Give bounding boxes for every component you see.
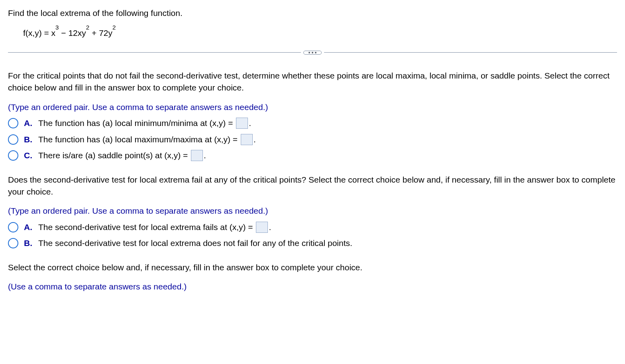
- option-label: A.: [24, 117, 33, 129]
- option-label: B.: [24, 134, 33, 146]
- eq-exp: 2: [112, 24, 116, 31]
- period: .: [204, 150, 206, 161]
- dots-icon: [309, 52, 310, 53]
- more-button[interactable]: [303, 51, 322, 55]
- option-row-2b: B. The second-derivative test for local …: [8, 237, 617, 249]
- eq-part: f(x,y) = x: [23, 28, 55, 37]
- option-label: C.: [24, 150, 33, 161]
- option-text: The function has (a) local minimum/minim…: [38, 117, 233, 129]
- divider-line: [8, 52, 301, 53]
- answer-input-1c[interactable]: [191, 150, 203, 161]
- part2-instructions: Does the second-derivative test for loca…: [8, 174, 617, 198]
- eq-part: + 72y: [89, 28, 112, 37]
- period: .: [254, 134, 256, 146]
- option-label: B.: [24, 237, 33, 249]
- option-text: The second-derivative test for local ext…: [38, 237, 352, 249]
- radio-1b[interactable]: [8, 134, 18, 145]
- eq-exp: 3: [55, 24, 59, 31]
- eq-part: − 12xy: [59, 28, 86, 37]
- part1-instructions: For the critical points that do not fail…: [8, 70, 617, 94]
- divider-line: [324, 52, 617, 53]
- answer-input-1a[interactable]: [236, 118, 248, 129]
- dots-icon: [312, 52, 313, 53]
- option-row-1c: C. There is/are (a) saddle point(s) at (…: [8, 150, 617, 161]
- option-row-1a: A. The function has (a) local minimum/mi…: [8, 117, 617, 129]
- option-row-1b: B. The function has (a) local maximum/ma…: [8, 134, 617, 146]
- period: .: [249, 117, 251, 129]
- answer-input-2a[interactable]: [256, 222, 268, 233]
- part2-hint: (Type an ordered pair. Use a comma to se…: [8, 205, 617, 217]
- part3-instructions: Select the correct choice below and, if …: [8, 262, 617, 273]
- option-row-2a: A. The second-derivative test for local …: [8, 221, 617, 233]
- part1-hint: (Type an ordered pair. Use a comma to se…: [8, 101, 617, 113]
- dots-icon: [315, 52, 316, 53]
- radio-2b[interactable]: [8, 238, 18, 248]
- option-text: The function has (a) local maximum/maxim…: [38, 134, 238, 146]
- option-text: The second-derivative test for local ext…: [38, 221, 253, 233]
- radio-1a[interactable]: [8, 118, 18, 128]
- period: .: [269, 221, 271, 233]
- function-equation: f(x,y) = x3 − 12xy2 + 72y2: [23, 26, 617, 39]
- option-text: There is/are (a) saddle point(s) at (x,y…: [38, 150, 188, 161]
- answer-input-1b[interactable]: [241, 134, 253, 145]
- section-divider: [8, 51, 617, 55]
- radio-1c[interactable]: [8, 150, 18, 161]
- option-label: A.: [24, 221, 33, 233]
- question-prompt: Find the local extrema of the following …: [8, 7, 617, 19]
- radio-2a[interactable]: [8, 222, 18, 232]
- eq-exp: 2: [86, 24, 89, 31]
- part3-hint: (Use a comma to separate answers as need…: [8, 281, 617, 293]
